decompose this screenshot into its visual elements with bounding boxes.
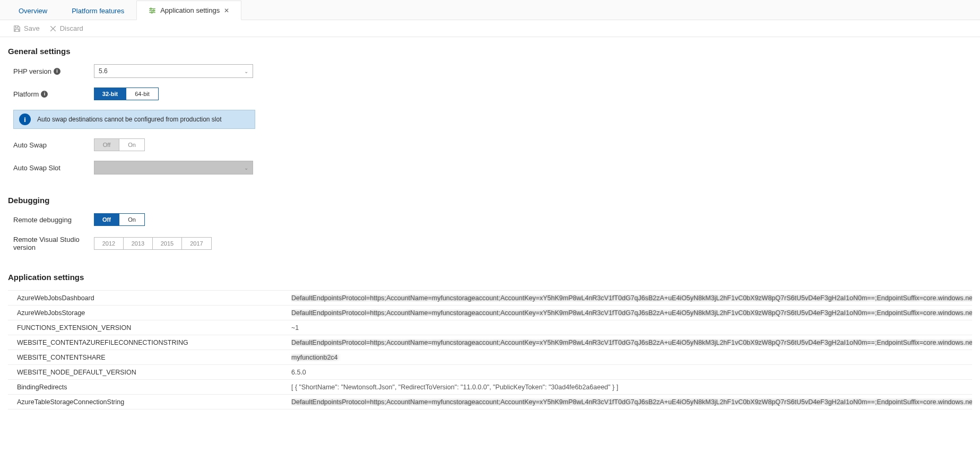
row-platform: Platform i 32-bit 64-bit <box>8 88 972 100</box>
app-setting-key: WEBSITE_CONTENTSHARE <box>17 354 291 361</box>
app-setting-row[interactable]: WEBSITE_CONTENTAZUREFILECONNECTIONSTRING… <box>8 335 972 350</box>
tab-label: Overview <box>19 7 47 15</box>
discard-button[interactable]: Discard <box>49 24 83 32</box>
vs-2017[interactable]: 2017 <box>182 238 211 249</box>
info-icon[interactable]: i <box>41 91 48 98</box>
label-auto-swap: Auto Swap <box>13 141 94 149</box>
discard-label: Discard <box>60 24 83 32</box>
toggle-platform: 32-bit 64-bit <box>94 88 159 100</box>
tab-application-settings[interactable]: Application settings ✕ <box>136 1 241 20</box>
app-setting-row[interactable]: WEBSITE_NODE_DEFAULT_VERSION6.5.0 <box>8 365 972 380</box>
info-icon: i <box>19 114 31 125</box>
toggle-remote-debugging: Off On <box>94 213 145 226</box>
tab-platform-features[interactable]: Platform features <box>59 1 136 20</box>
settings-sliders-icon <box>149 7 156 14</box>
label-vs-version: Remote Visual Studio version <box>13 236 94 251</box>
label-text: Platform <box>13 90 39 98</box>
app-setting-value: DefaultEndpointsProtocol=https;AccountNa… <box>291 309 972 317</box>
svg-point-3 <box>150 8 152 10</box>
autoswap-info-banner: i Auto swap destinations cannot be confi… <box>13 110 255 129</box>
toggle-auto-swap: Off On <box>94 138 145 151</box>
label-platform: Platform i <box>13 90 94 98</box>
toggle-auto-swap-off: Off <box>94 139 119 151</box>
app-setting-value: 6.5.0 <box>291 369 972 376</box>
toggle-vs-version: 2012 2013 2015 2017 <box>94 237 212 250</box>
tab-overview[interactable]: Overview <box>6 1 59 20</box>
app-setting-row[interactable]: WEBSITE_CONTENTSHAREmyfunctionb2c4 <box>8 350 972 365</box>
app-setting-key: AzureTableStorageConnectionString <box>17 398 291 406</box>
svg-point-5 <box>151 12 153 13</box>
info-icon[interactable]: i <box>54 68 60 75</box>
app-setting-value: DefaultEndpointsProtocol=https;AccountNa… <box>291 398 972 406</box>
select-value: 5.6 <box>99 67 108 75</box>
label-text: Remote Visual Studio version <box>13 236 94 251</box>
save-label: Save <box>24 24 40 32</box>
label-text: Remote debugging <box>13 216 72 224</box>
select-php-version[interactable]: 5.6 ⌄ <box>94 64 253 78</box>
save-icon <box>13 25 21 32</box>
row-remote-debugging: Remote debugging Off On <box>8 213 972 226</box>
row-auto-swap: Auto Swap Off On <box>8 138 972 151</box>
toggle-remote-debugging-on[interactable]: On <box>119 214 144 225</box>
chevron-down-icon: ⌄ <box>244 68 248 74</box>
svg-point-4 <box>153 10 155 11</box>
app-setting-value: [ { "ShortName": "Newtonsoft.Json", "Red… <box>291 383 972 391</box>
label-remote-debugging: Remote debugging <box>13 216 94 224</box>
toggle-platform-32bit[interactable]: 32-bit <box>94 88 126 100</box>
app-setting-key: AzureWebJobsStorage <box>17 309 291 317</box>
app-setting-value: myfunctionb2c4 <box>291 354 972 361</box>
app-setting-value: DefaultEndpointsProtocol=https;AccountNa… <box>291 339 972 346</box>
app-settings-table: AzureWebJobsDashboardDefaultEndpointsPro… <box>8 290 972 409</box>
row-php-version: PHP version i 5.6 ⌄ <box>8 64 972 78</box>
toggle-platform-64bit[interactable]: 64-bit <box>126 88 158 100</box>
tab-bar: Overview Platform features Application s… <box>0 0 980 20</box>
section-title-app-settings: Application settings <box>8 273 972 282</box>
label-text: Auto Swap <box>13 141 47 149</box>
vs-2015[interactable]: 2015 <box>153 238 182 249</box>
app-setting-value: ~1 <box>291 324 972 332</box>
app-setting-value: DefaultEndpointsProtocol=https;AccountNa… <box>291 294 972 302</box>
app-setting-key: AzureWebJobsDashboard <box>17 294 291 302</box>
app-setting-key: WEBSITE_CONTENTAZUREFILECONNECTIONSTRING <box>17 339 291 346</box>
save-button[interactable]: Save <box>13 24 40 32</box>
vs-2012[interactable]: 2012 <box>94 238 124 249</box>
select-auto-swap-slot: ⌄ <box>94 161 253 175</box>
row-vs-version: Remote Visual Studio version 2012 2013 2… <box>8 236 972 251</box>
app-setting-row[interactable]: AzureTableStorageConnectionStringDefault… <box>8 395 972 409</box>
tab-label: Platform features <box>72 7 124 15</box>
label-php-version: PHP version i <box>13 67 94 75</box>
app-setting-key: WEBSITE_NODE_DEFAULT_VERSION <box>17 369 291 376</box>
app-setting-row[interactable]: AzureWebJobsStorageDefaultEndpointsProto… <box>8 306 972 320</box>
app-setting-row[interactable]: BindingRedirects[ { "ShortName": "Newton… <box>8 380 972 395</box>
discard-icon <box>49 25 57 32</box>
close-icon[interactable]: ✕ <box>224 7 229 14</box>
toggle-remote-debugging-off[interactable]: Off <box>94 214 119 225</box>
toggle-auto-swap-on: On <box>119 139 144 151</box>
chevron-down-icon: ⌄ <box>244 165 248 171</box>
app-setting-key: FUNCTIONS_EXTENSION_VERSION <box>17 324 291 332</box>
section-title-debugging: Debugging <box>8 196 972 205</box>
app-setting-key: BindingRedirects <box>17 383 291 391</box>
app-setting-row[interactable]: AzureWebJobsDashboardDefaultEndpointsPro… <box>8 291 972 306</box>
toolbar: Save Discard <box>0 20 980 37</box>
app-setting-row[interactable]: FUNCTIONS_EXTENSION_VERSION~1 <box>8 320 972 335</box>
label-auto-swap-slot: Auto Swap Slot <box>13 164 94 172</box>
vs-2013[interactable]: 2013 <box>124 238 153 249</box>
banner-message: Auto swap destinations cannot be configu… <box>37 116 222 123</box>
content: General settings PHP version i 5.6 ⌄ Pla… <box>0 37 980 409</box>
label-text: Auto Swap Slot <box>13 164 60 172</box>
section-title-general: General settings <box>8 47 972 56</box>
row-auto-swap-slot: Auto Swap Slot ⌄ <box>8 161 972 175</box>
label-text: PHP version <box>13 67 51 75</box>
tab-label: Application settings <box>160 6 220 14</box>
